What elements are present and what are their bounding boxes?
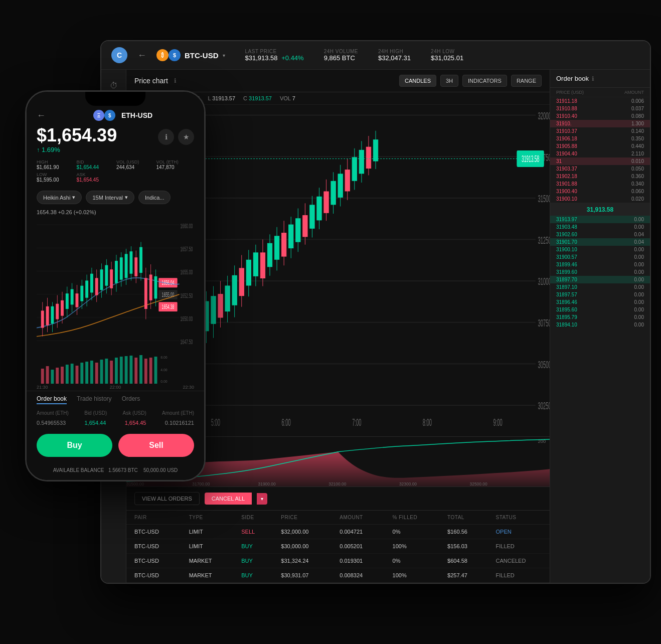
phone-info-button[interactable]: ℹ (158, 129, 174, 145)
phone-high-label: HIGH (37, 159, 75, 165)
cell-total: $257.47 (439, 568, 487, 583)
cell-type: MARKET (181, 554, 234, 568)
ob-buy-row: 31899.60 0.00 (550, 268, 650, 276)
phone-tab-trade-history[interactable]: Trade history (77, 395, 112, 404)
svg-rect-157 (129, 251, 132, 274)
ob-buy-row: 31897.70 0.00 (550, 276, 650, 283)
ob-sell-amount: 0.020 (631, 196, 644, 202)
svg-rect-57 (253, 253, 258, 275)
phone-volume-svg: 8.00 4.00 0.00 (37, 354, 194, 384)
svg-rect-81 (338, 174, 343, 197)
orders-table: PAIR TYPE SIDE PRICE AMOUNT % FILLED TOT… (126, 511, 550, 583)
ob-info-icon: ℹ (592, 75, 594, 82)
buy-button[interactable]: Buy (37, 434, 112, 457)
ob-sell-price: 31910.37 (556, 128, 577, 134)
svg-rect-45 (211, 296, 216, 324)
svg-rect-147 (105, 265, 108, 286)
ob-buy-amount: 0.00 (634, 314, 644, 320)
svg-rect-67 (289, 225, 293, 248)
ob-buy-amount: 0.00 (634, 292, 644, 297)
table-row: BTC-USD LIMIT SELL $32,000.00 0.004721 0… (126, 525, 550, 539)
svg-rect-188 (139, 355, 142, 384)
ob-buy-row: 31902.60 0.04 (550, 231, 650, 238)
phone-chart-label: 1654.38 +0.26 (+0.02%) (27, 208, 204, 216)
phone-chart-type-button[interactable]: Heikin Ashi ▾ (37, 191, 82, 204)
svg-text:30500.00: 30500.00 (538, 358, 550, 370)
pair-dropdown-icon[interactable]: ▾ (223, 53, 225, 58)
svg-text:6:00: 6:00 (281, 416, 290, 428)
ob-buy-row: 31896.46 0.00 (550, 298, 650, 306)
cancel-all-button[interactable]: CANCEL ALL (205, 493, 252, 505)
trading-pair-info[interactable]: ₿ $ BTC-USD ▾ (156, 49, 225, 61)
svg-text:1647.50: 1647.50 (181, 339, 193, 345)
ob-buy-row: 31895.60 0.00 (550, 306, 650, 313)
phone-interval-button[interactable]: 15M Interval ▾ (86, 191, 134, 204)
phone-ask-stat: ASK $1,654.45 (77, 172, 115, 183)
col-type: TYPE (181, 511, 234, 525)
cancel-dropdown-button[interactable]: ▾ (257, 493, 267, 505)
phone-balance-usd: 50,000.00 USD (143, 467, 178, 473)
ob-mid-price-value: 31,913.58 (587, 206, 613, 213)
cell-filled: 100% (385, 539, 440, 554)
phone-tab-orders[interactable]: Orders (122, 395, 140, 404)
ohlc-close: C 31913.57 (243, 95, 272, 101)
back-arrow-icon[interactable]: ← (137, 50, 146, 61)
candles-button[interactable]: CANDLES (399, 75, 436, 87)
phone-vol-usd-value: 244,634 (116, 165, 154, 170)
phone-low-stat: LOW $1,595.00 (37, 172, 75, 183)
phone-pair-info[interactable]: Ξ $ ETH-USD (52, 110, 194, 121)
svg-rect-133 (71, 289, 74, 305)
col-filled: % FILLED (385, 511, 440, 525)
svg-rect-168 (41, 369, 44, 384)
phone-vol-eth-stat: VOL (ETH) 147,870 (156, 159, 195, 170)
svg-rect-175 (76, 366, 79, 384)
ob-buy-row: 31900.57 0.00 (550, 253, 650, 261)
interval-button[interactable]: 3H (440, 75, 458, 87)
ob-sell-price: 31903.37 (556, 166, 577, 172)
cell-side: BUY (233, 554, 273, 568)
indicators-button[interactable]: INDICATORS (462, 75, 507, 87)
ob-sell-amount: 0.340 (631, 181, 644, 187)
phone-star-button[interactable]: ★ (178, 129, 194, 145)
svg-rect-141 (90, 274, 93, 293)
cell-total: $604.58 (439, 554, 487, 568)
orders-section: VIEW ALL ORDERS CANCEL ALL ▾ PAIR TYPE S… (126, 487, 550, 583)
cell-price: $32,000.00 (273, 525, 332, 539)
phone-tab-order-book[interactable]: Order book (37, 395, 67, 404)
ob-buy-row: 31913.97 0.00 (550, 216, 650, 223)
cell-filled: 100% (385, 568, 440, 583)
col-status: STATUS (488, 511, 550, 525)
svg-rect-173 (66, 365, 69, 384)
ob-sell-amount: 2.110 (631, 151, 644, 156)
svg-rect-135 (76, 293, 79, 307)
ob-sell-price: 31902.18 (556, 174, 577, 179)
phone-container: ← Ξ $ ETH-USD $1,654.39 ℹ ★ ↑ 1.69% HIGH… (25, 90, 206, 481)
low-value: $31,025.01 (431, 54, 463, 62)
svg-rect-189 (144, 359, 147, 384)
high-label: 24H HIGH (378, 49, 411, 54)
svg-rect-176 (80, 363, 83, 384)
phone-ob-amount-right: 0.10216121 (165, 420, 194, 426)
phone-back-icon[interactable]: ← (37, 110, 46, 121)
ob-buy-price: 31896.46 (556, 299, 577, 305)
svg-text:4.00: 4.00 (160, 368, 167, 372)
phone-notch (85, 92, 145, 106)
svg-rect-167 (154, 276, 157, 299)
range-button[interactable]: RANGE (511, 75, 542, 87)
ob-buy-price: 31899.46 (556, 262, 577, 267)
svg-text:31900.00: 31900.00 (258, 481, 276, 487)
ob-buy-row: 31901.70 0.04 (550, 238, 650, 246)
view-all-orders-button[interactable]: VIEW ALL ORDERS (134, 492, 200, 505)
svg-text:31000.00: 31000.00 (538, 275, 550, 287)
ob-buy-price: 31903.48 (556, 224, 577, 230)
svg-rect-91 (373, 140, 378, 160)
svg-rect-151 (115, 261, 118, 283)
low-stat: 24H LOW $31,025.01 (431, 49, 463, 62)
ob-sell-row: 31902.18 0.360 (550, 173, 650, 180)
app-logo: C (111, 47, 127, 63)
phone-indicators-button[interactable]: Indica... (138, 191, 171, 204)
svg-rect-165 (149, 274, 152, 300)
ob-sell-price: 31910.40 (556, 113, 577, 119)
ob-sell-price: 31900.10 (556, 196, 577, 202)
sell-button[interactable]: Sell (118, 434, 194, 457)
